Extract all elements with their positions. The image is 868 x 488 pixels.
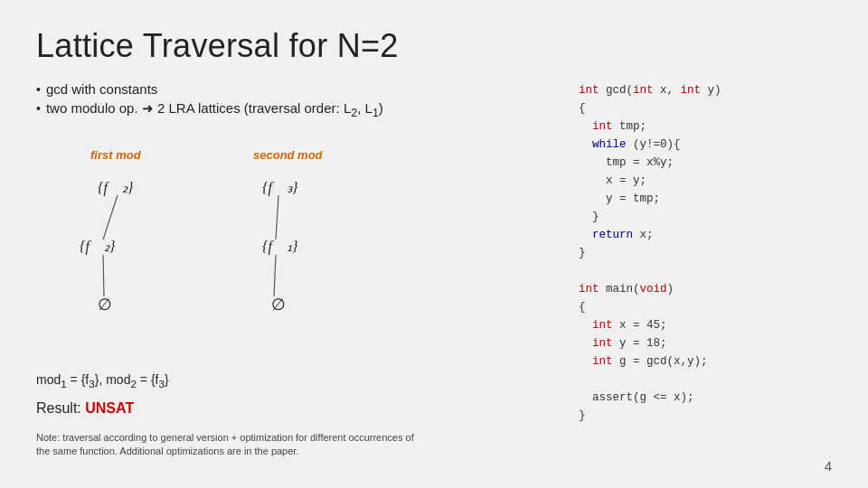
node-f3-top: {f [262, 180, 274, 196]
lattice-diagram: first mod second mod {f ₂} {f ₂} ∅ [36, 143, 416, 360]
content-area: gcd with constants two modulo op. ➜ 2 LR… [36, 81, 832, 470]
code-block: int gcd(int x, int y) { int tmp; while (… [579, 81, 832, 425]
second-mod-header: second mod [253, 148, 324, 162]
note-text: Note: traversal according to general ver… [36, 431, 416, 459]
svg-line-2 [103, 195, 118, 239]
svg-text:₂}: ₂} [104, 239, 116, 254]
result-label: Result: [36, 400, 81, 416]
bullet-1-text: gcd with constants [46, 81, 157, 97]
bullet-1: gcd with constants [36, 81, 561, 97]
node-empty-right: ∅ [271, 296, 286, 314]
result-value: UNSAT [85, 400, 134, 416]
first-mod-header: first mod [90, 148, 142, 162]
node-f1-mid: {f [262, 239, 274, 255]
result-line: Result: UNSAT [36, 400, 561, 417]
bullet-2-text: two modulo op. ➜ 2 LRA lattices (travers… [46, 100, 383, 119]
svg-text:₃}: ₃} [287, 180, 298, 195]
svg-line-7 [274, 255, 276, 296]
svg-text:₂}: ₂} [122, 180, 134, 195]
mod-line: mod1 = {f3}, mod2 = {f3} [36, 372, 561, 389]
slide-title: Lattice Traversal for N=2 [36, 27, 832, 65]
svg-text:₁}: ₁} [287, 239, 298, 254]
page-number: 4 [825, 458, 832, 474]
bullet-2: two modulo op. ➜ 2 LRA lattices (travers… [36, 100, 561, 119]
bullet-list: gcd with constants two modulo op. ➜ 2 LR… [36, 81, 561, 123]
lattice-svg: first mod second mod {f ₂} {f ₂} ∅ [36, 143, 416, 360]
node-empty-left: ∅ [98, 296, 112, 314]
svg-line-6 [276, 195, 278, 239]
right-panel: int gcd(int x, int y) { int tmp; while (… [579, 81, 832, 470]
node-f2-top: {f [98, 180, 109, 196]
slide: Lattice Traversal for N=2 gcd with const… [0, 0, 868, 488]
svg-line-3 [103, 255, 104, 296]
left-panel: gcd with constants two modulo op. ➜ 2 LR… [36, 81, 561, 470]
node-f2-mid: {f [80, 239, 91, 255]
